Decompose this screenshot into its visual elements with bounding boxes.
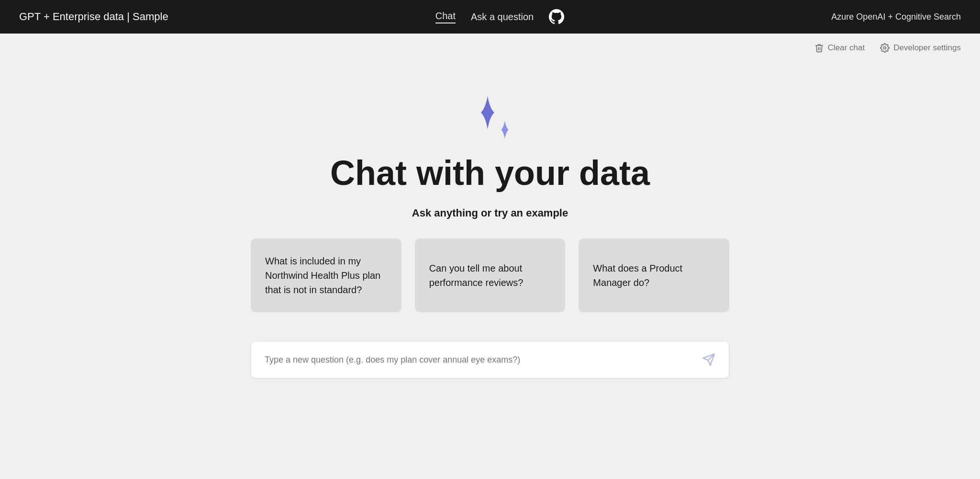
app-title: GPT + Enterprise data | Sample xyxy=(19,11,168,23)
header-right-label: Azure OpenAI + Cognitive Search xyxy=(831,12,961,22)
example-card-0[interactable]: What is included in my Northwind Health … xyxy=(251,239,401,312)
developer-settings-button[interactable]: Developer settings xyxy=(880,43,961,53)
chat-input-container xyxy=(251,341,729,378)
developer-settings-label: Developer settings xyxy=(893,43,961,53)
main-content: Chat with your data Ask anything or try … xyxy=(0,57,980,378)
clear-chat-label: Clear chat xyxy=(828,43,865,53)
trash-icon xyxy=(814,43,824,53)
svg-point-0 xyxy=(884,47,886,49)
send-button[interactable] xyxy=(702,353,715,366)
gear-icon xyxy=(880,43,890,53)
example-cards: What is included in my Northwind Health … xyxy=(251,239,729,312)
sparkle-small-icon xyxy=(496,121,514,139)
example-card-1[interactable]: Can you tell me about performance review… xyxy=(415,239,566,312)
app-header: GPT + Enterprise data | Sample Chat Ask … xyxy=(0,0,980,34)
hero-title: Chat with your data xyxy=(330,153,650,193)
clear-chat-button[interactable]: Clear chat xyxy=(814,43,865,53)
github-icon[interactable] xyxy=(549,9,564,24)
main-nav: Chat Ask a question xyxy=(435,9,564,24)
nav-chat[interactable]: Chat xyxy=(435,11,456,23)
nav-ask-question[interactable]: Ask a question xyxy=(471,11,534,23)
send-icon xyxy=(702,353,715,366)
hero-subtitle: Ask anything or try an example xyxy=(412,207,568,219)
example-card-2[interactable]: What does a Product Manager do? xyxy=(579,239,729,312)
toolbar: Clear chat Developer settings xyxy=(0,34,980,57)
chat-input[interactable] xyxy=(265,355,702,365)
sparkle-decoration xyxy=(466,96,514,139)
